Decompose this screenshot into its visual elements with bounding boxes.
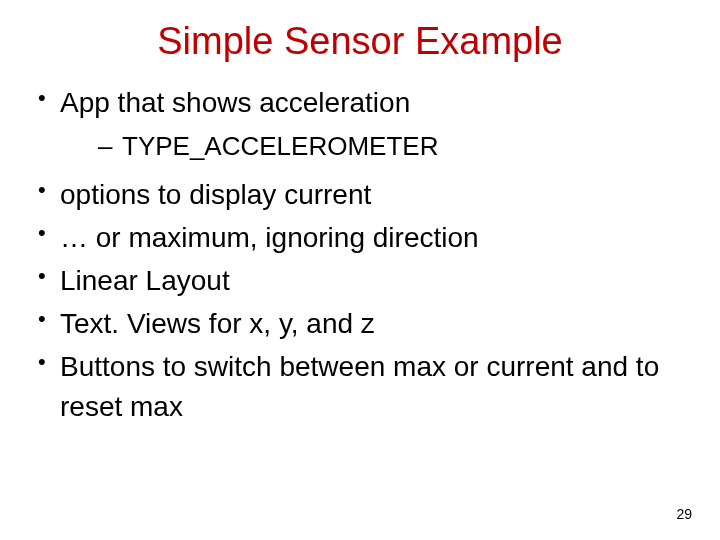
list-item: Linear Layout [30,261,690,300]
list-item: options to display current [30,175,690,214]
slide-title: Simple Sensor Example [30,20,690,63]
sub-list-item: TYPE_ACCELEROMETER [60,128,690,164]
list-item: … or maximum, ignoring direction [30,218,690,257]
list-item: App that shows acceleration TYPE_ACCELER… [30,83,690,165]
page-number: 29 [676,506,692,522]
list-item: Buttons to switch between max or current… [30,347,690,425]
list-item: Text. Views for x, y, and z [30,304,690,343]
bullet-text: App that shows acceleration [60,87,410,118]
sub-bullet-list: TYPE_ACCELEROMETER [60,128,690,164]
bullet-list: App that shows acceleration TYPE_ACCELER… [30,83,690,426]
